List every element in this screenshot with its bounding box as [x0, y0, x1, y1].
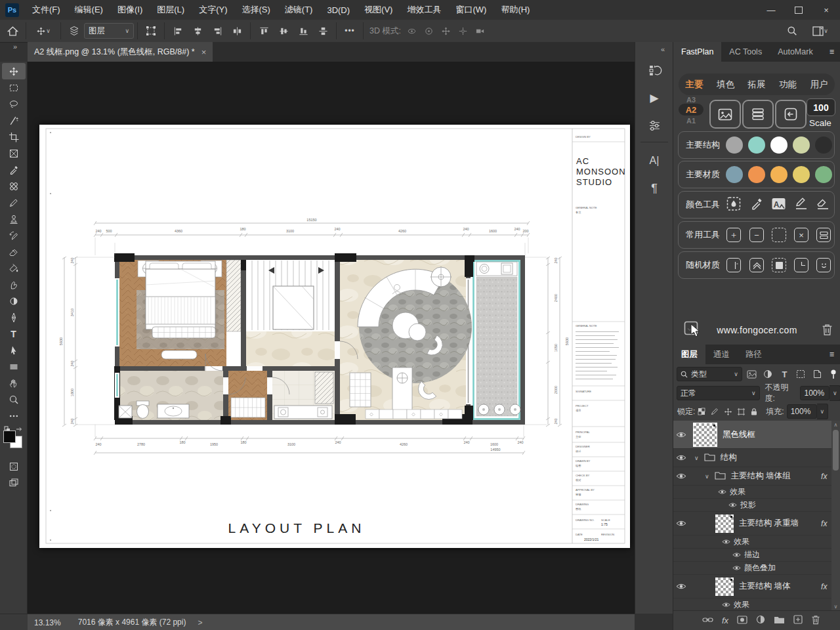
paint-bucket-tool[interactable]: [2, 260, 26, 276]
object-selection-tool[interactable]: [2, 112, 26, 129]
structure-color-olive[interactable]: [793, 136, 810, 154]
align-center-vertical-icon[interactable]: [274, 21, 293, 41]
smudge-tool[interactable]: [2, 276, 26, 293]
document-tab[interactable]: A2 线框.png @ 13.1% (黑色线框, RGB/8#) * ×: [28, 42, 213, 62]
lock-artboard-icon[interactable]: [734, 408, 747, 416]
split-fill-icon[interactable]: [726, 258, 741, 272]
align-center-horizontal-icon[interactable]: [188, 21, 207, 41]
workspace-switcher-icon[interactable]: ∨: [807, 21, 833, 41]
insert-image-button[interactable]: [709, 100, 741, 129]
menu-file[interactable]: 文件(F): [25, 0, 68, 20]
fill-field[interactable]: 100%: [787, 404, 817, 419]
status-chevron-icon[interactable]: >: [198, 618, 202, 627]
lock-pixels-icon[interactable]: [708, 408, 721, 415]
fill-selection-icon[interactable]: [726, 197, 741, 213]
structure-color-teal[interactable]: [748, 136, 765, 154]
search-icon[interactable]: [782, 21, 802, 41]
effect-color-overlay-row[interactable]: 颜色叠加: [673, 562, 840, 575]
3d-slide-icon[interactable]: [455, 21, 472, 41]
layer-style-icon[interactable]: fx: [722, 616, 728, 625]
material-color-green[interactable]: [815, 166, 832, 183]
visibility-eye-icon[interactable]: [673, 520, 689, 527]
filter-toggle-icon[interactable]: [827, 369, 840, 379]
actions-panel-icon[interactable]: ▶: [641, 85, 667, 110]
document-close-icon[interactable]: ×: [201, 47, 207, 57]
paragraph-panel-icon[interactable]: ¶: [641, 176, 667, 201]
selection-tool-icon[interactable]: [772, 228, 786, 242]
pill-user[interactable]: 用户: [810, 79, 828, 91]
healing-brush-tool[interactable]: [2, 178, 26, 194]
history-panel-icon[interactable]: [641, 58, 667, 83]
visibility-eye-icon[interactable]: [728, 565, 744, 571]
distribute-horizontal-icon[interactable]: [227, 21, 247, 41]
scrollbar-thumb[interactable]: [833, 430, 839, 471]
delete-layer-icon[interactable]: [811, 615, 820, 627]
effect-stroke-row[interactable]: 描边: [673, 549, 840, 562]
filter-smart-object-icon[interactable]: [810, 369, 824, 379]
crop-tool[interactable]: [2, 129, 26, 145]
filter-pixel-icon[interactable]: [745, 370, 759, 379]
lock-transparent-icon[interactable]: [695, 408, 708, 415]
lock-position-icon[interactable]: [721, 408, 734, 416]
subtract-tool-icon[interactable]: −: [749, 228, 764, 242]
tab-channels[interactable]: 通道: [705, 345, 738, 364]
filter-shape-icon[interactable]: [794, 369, 808, 379]
paper-size-a1[interactable]: A1: [686, 117, 696, 125]
scale-value-field[interactable]: 100: [807, 98, 835, 116]
smile-material-icon[interactable]: [816, 258, 831, 272]
fill-area-icon[interactable]: [772, 258, 786, 272]
effect-label[interactable]: 投影: [740, 499, 756, 511]
material-color-orange[interactable]: [748, 166, 765, 183]
menu-image[interactable]: 图像(I): [110, 0, 150, 20]
list-rows-button[interactable]: [742, 100, 774, 129]
menu-help[interactable]: 帮助(H): [494, 0, 537, 20]
visibility-eye-icon[interactable]: [673, 431, 689, 438]
filter-adjustment-icon[interactable]: [761, 369, 775, 379]
align-left-icon[interactable]: [168, 21, 188, 41]
canvas-area[interactable]: 15150 240 500 4360 180 3100 240 4260 240…: [28, 62, 635, 614]
tab-layers[interactable]: 图层: [673, 345, 705, 364]
paper-size-a2[interactable]: A2: [679, 104, 704, 116]
zoom-tool[interactable]: [2, 391, 26, 408]
marquee-tool[interactable]: [2, 79, 26, 96]
align-bottom-icon[interactable]: [293, 21, 313, 41]
quick-mask-icon[interactable]: [2, 458, 26, 474]
fx-badge[interactable]: fx: [821, 582, 827, 591]
pill-main[interactable]: 主要: [685, 79, 703, 91]
lasso-tool[interactable]: [2, 96, 26, 112]
pill-function[interactable]: 功能: [779, 79, 797, 91]
pill-fill[interactable]: 填色: [717, 79, 734, 91]
layers-panel-menu-icon[interactable]: ≡: [823, 345, 840, 364]
menu-type[interactable]: 文字(Y): [192, 0, 234, 20]
material-color-yellow[interactable]: [793, 166, 810, 183]
effect-label[interactable]: 颜色叠加: [744, 562, 776, 574]
frame-tool[interactable]: [2, 145, 26, 161]
minimize-button[interactable]: —: [757, 0, 785, 20]
menu-filter[interactable]: 滤镜(T): [278, 0, 320, 20]
paper-size-a3[interactable]: A3: [686, 96, 696, 104]
group-name[interactable]: 主要结构 墙体组: [731, 471, 791, 482]
properties-panel-icon[interactable]: [641, 113, 667, 138]
layer-name[interactable]: 主要结构 墙体: [739, 581, 790, 592]
toolbar-collapse-icon[interactable]: »: [3, 42, 28, 51]
effect-label[interactable]: 描边: [744, 549, 760, 560]
menu-edit[interactable]: 编辑(E): [68, 0, 110, 20]
opacity-field[interactable]: 100%: [800, 386, 830, 400]
delete-tool-icon[interactable]: ×: [794, 228, 808, 242]
structure-color-white[interactable]: [770, 136, 788, 154]
layer-row-wall[interactable]: 主要结构 墙体 fx∧: [673, 575, 840, 598]
tab-fastplan[interactable]: FastPlan: [673, 42, 721, 62]
pen-tool[interactable]: [2, 309, 26, 326]
eraser-tool[interactable]: [2, 243, 26, 260]
layer-thumbnail[interactable]: [715, 578, 734, 596]
visibility-eye-icon[interactable]: [724, 502, 740, 508]
show-transform-controls-icon[interactable]: [141, 21, 161, 41]
effects-header-row[interactable]: 效果: [673, 536, 840, 549]
layer-thumbnail[interactable]: [693, 423, 717, 447]
material-color-amber[interactable]: [770, 166, 788, 183]
fill-dropdown-icon[interactable]: ∨: [817, 404, 828, 419]
group-expand-icon[interactable]: ∨: [694, 455, 699, 461]
group-expand-icon[interactable]: ∨: [705, 473, 709, 480]
hand-tool[interactable]: [2, 375, 26, 391]
adjustment-layer-icon[interactable]: [756, 615, 765, 626]
